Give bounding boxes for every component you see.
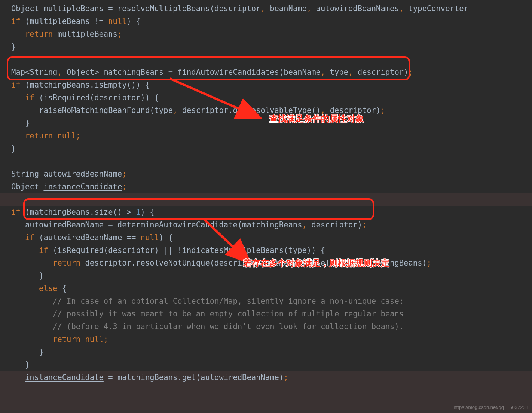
code-editor[interactable]: Object multipleBeans = resolveMultipleBe… — [11, 2, 468, 384]
annotation-text-1: 查找满足条件的属性对象 — [269, 113, 364, 125]
annotation-text-2: 若存在多个对象满足，则根据规则决定 — [243, 257, 389, 269]
watermark: https://blog.csdn.net/qq_15037231 — [454, 404, 529, 410]
